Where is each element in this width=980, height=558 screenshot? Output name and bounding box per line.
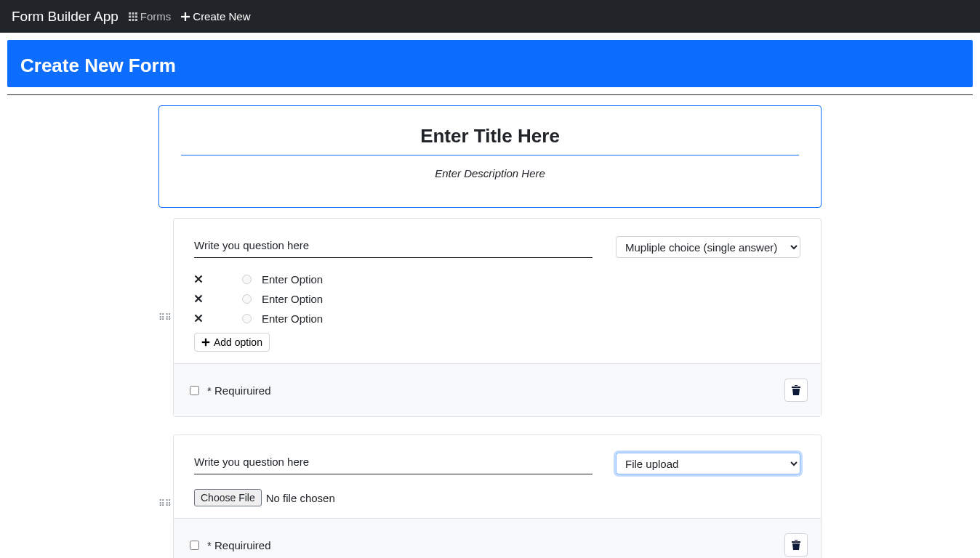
- svg-rect-2: [135, 12, 137, 15]
- svg-rect-7: [132, 19, 134, 21]
- trash-icon: [790, 384, 802, 396]
- th-icon: [129, 12, 137, 21]
- required-checkbox[interactable]: [190, 541, 199, 550]
- option-row: [194, 289, 800, 309]
- required-label: * Requiruired: [207, 384, 271, 397]
- svg-rect-5: [135, 15, 137, 17]
- choose-file-button[interactable]: Choose File: [194, 489, 262, 506]
- question-text-input[interactable]: [194, 236, 593, 258]
- option-row: [194, 270, 800, 289]
- drag-handle-icon[interactable]: ⠿⠿: [158, 312, 172, 323]
- drag-handle-icon[interactable]: ⠿⠿: [158, 498, 172, 509]
- page-header: Create New Form: [7, 40, 973, 87]
- question-type-select[interactable]: Mupliple choice (single answer)File uplo…: [616, 453, 800, 474]
- svg-rect-1: [132, 12, 134, 15]
- option-text-input[interactable]: [262, 291, 422, 307]
- svg-rect-3: [129, 15, 131, 17]
- required-checkbox[interactable]: [190, 386, 199, 395]
- question-card: Mupliple choice (single answer)File uplo…: [173, 218, 822, 417]
- remove-option-icon[interactable]: [194, 273, 204, 286]
- nav-forms-link[interactable]: Forms: [129, 10, 172, 23]
- app-brand: Form Builder App: [12, 9, 119, 25]
- nav-create-link[interactable]: Create New: [181, 10, 250, 23]
- question-block: ⠿⠿ Mupliple choice (single answer)File u…: [173, 218, 822, 417]
- file-chosen-label: No file chosen: [266, 492, 335, 504]
- question-text-input[interactable]: [194, 453, 593, 474]
- nav-create-label: Create New: [193, 10, 250, 23]
- plus-icon: [181, 12, 190, 21]
- page-title: Create New Form: [20, 54, 960, 77]
- question-type-select[interactable]: Mupliple choice (single answer)File uplo…: [616, 236, 800, 258]
- center-column: ⠿⠿ Mupliple choice (single answer)File u…: [158, 105, 822, 558]
- question-block: ⠿⠿ Mupliple choice (single answer)File u…: [173, 434, 822, 558]
- form-description-input[interactable]: [181, 163, 799, 187]
- svg-rect-12: [202, 341, 210, 343]
- navbar: Form Builder App Forms Create New: [0, 0, 980, 33]
- question-head: Mupliple choice (single answer)File uplo…: [174, 435, 821, 482]
- svg-rect-10: [181, 15, 190, 17]
- question-head: Mupliple choice (single answer)File uplo…: [174, 219, 821, 265]
- option-text-input[interactable]: [262, 311, 422, 326]
- form-title-card: [158, 105, 822, 208]
- question-body: Choose File No file chosen: [174, 482, 821, 518]
- required-label: * Requiruired: [207, 539, 271, 551]
- add-option-button[interactable]: Add option: [194, 333, 270, 352]
- option-text-input[interactable]: [262, 272, 422, 287]
- divider: [7, 94, 973, 95]
- svg-rect-6: [129, 19, 131, 21]
- trash-icon: [790, 539, 802, 551]
- svg-rect-0: [129, 12, 131, 15]
- option-row: [194, 309, 800, 328]
- remove-option-icon[interactable]: [194, 312, 204, 325]
- option-radio: [242, 314, 252, 323]
- form-title-input[interactable]: [181, 121, 799, 155]
- option-radio: [242, 294, 252, 304]
- question-footer: * Requiruired: [174, 518, 821, 558]
- delete-question-button[interactable]: [784, 379, 808, 402]
- svg-rect-8: [135, 19, 137, 21]
- option-radio: [242, 275, 252, 284]
- remove-option-icon[interactable]: [194, 293, 204, 305]
- delete-question-button[interactable]: [784, 533, 808, 557]
- add-option-label: Add option: [214, 336, 262, 348]
- question-footer: * Requiruired: [174, 363, 821, 416]
- question-body: Add option: [174, 265, 821, 363]
- nav-forms-label: Forms: [140, 10, 172, 23]
- page: Create New Form ⠿⠿ Mupliple choice (sing…: [0, 33, 980, 558]
- svg-rect-4: [132, 15, 134, 17]
- question-card: Mupliple choice (single answer)File uplo…: [173, 434, 822, 558]
- plus-icon: [201, 338, 210, 347]
